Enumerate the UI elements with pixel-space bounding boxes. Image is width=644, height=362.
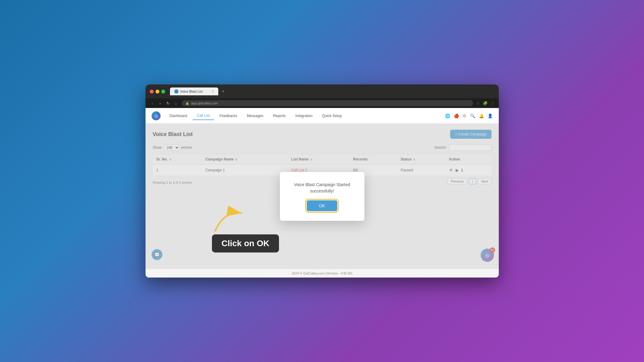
browser-tabs: Voice Blast List ✕ + [170,87,227,95]
modal-message: Voice Blast Campaign Started successfull… [292,182,352,194]
success-modal: Voice Blast Campaign Started successfull… [280,172,364,221]
logo-text: ◎ [154,113,158,118]
app-content: ◎ Dashboard Call List Feedbacks Messages… [146,108,499,278]
new-tab-button[interactable]: + [219,89,227,94]
main-content: Voice Blast List + Create Campaign Show … [146,124,499,269]
nav-integration[interactable]: Integration [291,112,317,120]
titlebar: Voice Blast List ✕ + [146,84,499,98]
app-navbar: ◎ Dashboard Call List Feedbacks Messages… [146,108,499,124]
nav-call-list[interactable]: Call List [193,112,214,120]
nav-messages[interactable]: Messages [243,112,268,120]
nav-dashboard[interactable]: Dashboard [165,112,192,120]
minimize-button[interactable] [155,90,159,94]
back-button[interactable]: ‹ [150,101,155,106]
app-logo: ◎ [152,111,161,120]
search-icon[interactable]: 🔍 [470,113,475,118]
settings-icon[interactable]: ⚙ [463,113,466,118]
annotation-arrow-svg [212,204,248,234]
traffic-lights [150,90,165,94]
address-input[interactable]: 🔒 app.getcalley.com [182,100,473,106]
home-button[interactable]: ⌂ [173,101,179,106]
bell-icon[interactable]: 🔔 [479,113,484,118]
tab-favicon [174,89,178,94]
close-button[interactable] [150,90,154,94]
footer-text: 2024 © GetCalley.com (Version - V36.00) [292,272,353,275]
annotation-label: Click on OK [212,234,279,252]
lock-icon: 🔒 [185,102,189,105]
active-tab[interactable]: Voice Blast List ✕ [170,87,218,95]
bookmark-icon[interactable]: ☆ [476,101,480,106]
nav-reports[interactable]: Reports [269,112,290,120]
app-footer: 2024 © GetCalley.com (Version - V36.00) [146,269,499,278]
maximize-button[interactable] [161,90,165,94]
nav-quick-setup[interactable]: Quick Setup [318,112,346,120]
tab-close-icon[interactable]: ✕ [212,90,214,93]
address-bar: ‹ › ↻ ⌂ 🔒 app.getcalley.com ☆ 🧩 ⋮ [146,98,499,108]
forward-button[interactable]: › [158,101,163,106]
modal-ok-button[interactable]: OK [307,200,337,211]
browser-action-icons: ☆ 🧩 ⋮ [476,101,495,106]
nav-buttons: ‹ › ↻ ⌂ [150,101,179,106]
theme-icon[interactable]: 🌐 [445,113,450,118]
nav-right-icons: 🌐 🍎 ⚙ 🔍 🔔 👤 [445,113,493,118]
apple-icon[interactable]: 🍎 [454,113,459,118]
menu-icon[interactable]: ⋮ [491,101,495,106]
url-text: app.getcalley.com [191,101,218,105]
user-icon[interactable]: 👤 [488,113,493,118]
modal-overlay: Voice Blast Campaign Started successfull… [146,124,499,269]
browser-window: Voice Blast List ✕ + ‹ › ↻ ⌂ 🔒 app.getca… [146,84,499,278]
tab-title: Voice Blast List [180,90,203,93]
extension-icon[interactable]: 🧩 [483,101,488,106]
browser-chrome: Voice Blast List ✕ + ‹ › ↻ ⌂ 🔒 app.getca… [146,84,499,108]
refresh-button[interactable]: ↻ [165,101,171,106]
nav-feedbacks[interactable]: Feedbacks [215,112,242,120]
